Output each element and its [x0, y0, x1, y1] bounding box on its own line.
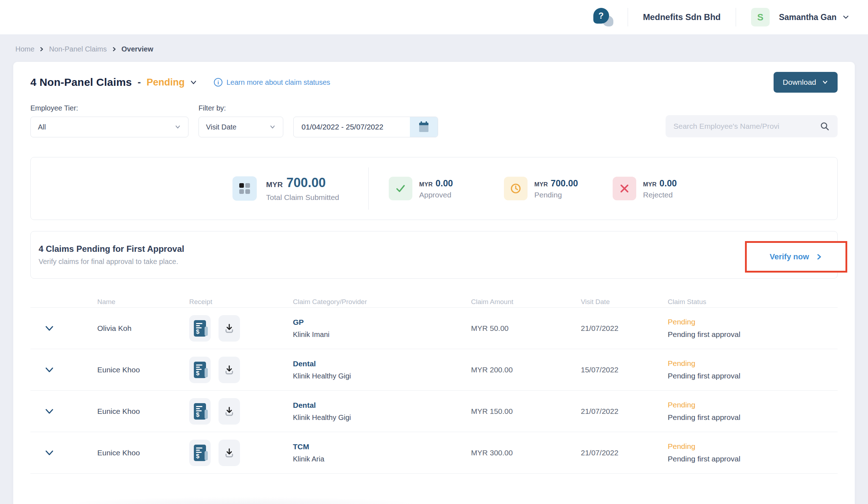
claim-category[interactable]: Dental [293, 401, 316, 409]
currency-label: MYR [534, 181, 548, 188]
pending-label: Pending [534, 191, 578, 199]
employee-name: Olivia Koh [97, 324, 189, 333]
table-row: Eunice Khoo $ Dental Klinik Healthy Gi [30, 390, 838, 432]
learn-more-label: Learn more about claim statuses [226, 78, 330, 87]
approved-amount: 0.00 [436, 178, 453, 189]
expand-row-chevron-icon[interactable] [44, 323, 54, 333]
visit-date: 21/07/2022 [581, 449, 668, 457]
summary-divider [368, 167, 369, 210]
receipt-actions: $ [189, 398, 293, 425]
currency-label: MYR [643, 181, 657, 188]
learn-more-link[interactable]: i Learn more about claim statuses [214, 78, 330, 87]
download-button[interactable]: Download [774, 72, 838, 93]
status-badge: Pending [668, 318, 838, 326]
view-receipt-button[interactable]: $ [189, 440, 211, 466]
filter-by-value: Visit Date [206, 123, 236, 131]
breadcrumb: Home Non-Panel Claims Overview [0, 34, 868, 53]
claim-category[interactable]: TCM [293, 442, 309, 451]
total-claim-submitted: MYR 700.00 Total Claim Submitted [266, 175, 368, 202]
claim-category[interactable]: GP [293, 318, 304, 326]
claim-provider: Klinik Healthy Gigi [293, 414, 471, 422]
receipt-icon: $ [194, 445, 206, 461]
currency-label: MYR [266, 180, 283, 189]
currency-label: MYR [419, 181, 433, 188]
view-receipt-button[interactable]: $ [189, 315, 211, 342]
filters-row: Employee Tier: All Filter by: Visit Date… [30, 104, 838, 137]
download-icon [223, 364, 235, 376]
claim-amount: MYR 300.00 [471, 449, 581, 457]
download-icon [223, 405, 235, 417]
chevron-down-icon [269, 124, 276, 130]
first-approval-banner: 4 Claims Pending for First Approval Veri… [30, 231, 838, 279]
date-range-input[interactable]: 01/04/2022 - 25/07/2022 [293, 117, 438, 137]
date-range-value: 01/04/2022 - 25/07/2022 [294, 123, 410, 131]
employee-tier-label: Employee Tier: [30, 104, 188, 112]
user-menu[interactable]: S Samantha Gan [751, 8, 849, 26]
visit-date: 21/07/2022 [581, 324, 668, 333]
employee-tier-group: Employee Tier: All [30, 104, 188, 137]
receipt-actions: $ [189, 315, 293, 342]
breadcrumb-non-panel-claims[interactable]: Non-Panel Claims [49, 45, 107, 53]
employee-name: Eunice Khoo [97, 407, 189, 416]
receipt-icon: $ [194, 320, 206, 337]
download-receipt-button[interactable] [219, 315, 240, 342]
download-icon [223, 447, 235, 459]
employee-name: Eunice Khoo [97, 449, 189, 457]
avatar: S [751, 8, 770, 26]
expand-row-chevron-icon[interactable] [44, 448, 54, 458]
download-receipt-button[interactable] [219, 440, 240, 466]
claims-summary-panel: MYR 700.00 Total Claim Submitted MYR 0.0… [30, 157, 838, 220]
chevron-down-icon [175, 124, 181, 130]
search-input[interactable] [673, 122, 820, 131]
help-icon[interactable]: ? [593, 7, 613, 27]
claim-provider: Klinik Imani [293, 331, 471, 339]
pending-stat: MYR 700.00 Pending [504, 177, 593, 200]
receipt-actions: $ [189, 357, 293, 383]
breadcrumb-overview: Overview [122, 45, 153, 53]
rejected-stat: MYR 0.00 Rejected [613, 177, 677, 200]
approved-stat: MYR 0.00 Approved [389, 177, 484, 200]
calendar-icon[interactable] [410, 117, 438, 137]
verify-now-link[interactable]: Verify now [770, 252, 823, 261]
download-receipt-button[interactable] [219, 357, 240, 383]
status-detail: Pending first approval [668, 455, 838, 463]
status-detail: Pending first approval [668, 372, 838, 380]
status-badge: Pending [668, 359, 838, 368]
view-receipt-button[interactable]: $ [189, 357, 211, 383]
approved-label: Approved [419, 191, 453, 199]
table-row: Eunice Khoo $ Dental Klinik Healthy Gi [30, 349, 838, 390]
total-claims-icon [232, 176, 257, 201]
info-icon: i [214, 78, 222, 87]
download-receipt-button[interactable] [219, 398, 240, 425]
claim-category[interactable]: Dental [293, 359, 316, 368]
receipt-actions: $ [189, 440, 293, 466]
claim-amount: MYR 200.00 [471, 366, 581, 374]
table-row: Olivia Koh $ GP Klinik Imani [30, 307, 838, 349]
total-amount: 700.00 [286, 175, 326, 190]
receipt-icon: $ [194, 403, 206, 420]
expand-row-chevron-icon[interactable] [44, 365, 54, 375]
chevron-right-icon [815, 253, 823, 260]
search-icon[interactable] [820, 121, 830, 131]
table-row: Eunice Khoo $ TCM Klinik Aria [30, 432, 838, 473]
column-header-visit-date: Visit Date [581, 298, 668, 306]
topbar-divider [628, 8, 628, 26]
claims-table-header: Name Receipt Claim Category/Provider Cla… [30, 290, 838, 307]
employee-tier-select[interactable]: All [30, 117, 188, 137]
filter-by-label: Filter by: [198, 104, 283, 112]
chevron-right-icon [112, 47, 117, 52]
page-title: 4 Non-Panel Claims [30, 76, 132, 88]
status-filter-value[interactable]: Pending [147, 77, 185, 88]
download-icon [223, 322, 235, 334]
banner-title: 4 Claims Pending for First Approval [39, 244, 184, 254]
chevron-down-icon[interactable] [190, 78, 197, 86]
filter-by-group: Filter by: Visit Date [188, 104, 283, 137]
breadcrumb-home[interactable]: Home [15, 45, 34, 53]
table-end-divider [30, 473, 838, 474]
column-header-amount: Claim Amount [471, 298, 581, 306]
filter-by-select[interactable]: Visit Date [198, 117, 283, 137]
view-receipt-button[interactable]: $ [189, 398, 211, 425]
expand-row-chevron-icon[interactable] [44, 406, 54, 416]
chevron-right-icon [39, 47, 44, 52]
download-label: Download [783, 78, 816, 87]
